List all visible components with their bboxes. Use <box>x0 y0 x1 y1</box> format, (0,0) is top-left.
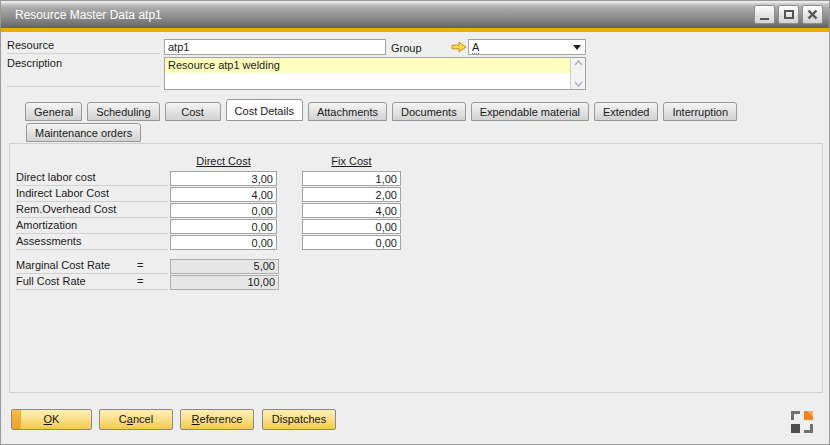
total-value-marginal-cost-rate: 5,00 <box>170 259 279 274</box>
fix-cost-input-assessments[interactable] <box>302 235 401 250</box>
minimize-icon <box>760 18 769 20</box>
description-scrollbar[interactable] <box>570 58 585 89</box>
cost-row-label-indirect-labor-cost: Indirect Labor Cost <box>16 187 168 202</box>
reference-button[interactable]: Reference <box>180 409 254 430</box>
tab-row-2: Maintenance orders <box>26 122 141 142</box>
fix-cost-column-header: Fix Cost <box>302 155 401 167</box>
link-arrow-icon[interactable] <box>451 41 467 53</box>
minimize-button[interactable] <box>754 5 775 24</box>
group-label: Group <box>391 42 422 54</box>
tab-attachments[interactable]: Attachments <box>308 102 387 121</box>
direct-cost-input-direct-labor-cost[interactable] <box>170 171 277 186</box>
description-field[interactable]: Resource atp1 welding <box>164 57 586 90</box>
title-bar[interactable]: Resource Master Data atp1 <box>1 1 829 28</box>
equals-sign: = <box>137 275 143 288</box>
gold-accent-stripe <box>1 28 829 32</box>
cancel-button[interactable]: Cancel <box>99 409 173 430</box>
window-title: Resource Master Data atp1 <box>15 3 162 28</box>
tab-interruption[interactable]: Interruption <box>663 102 737 121</box>
group-dropdown[interactable]: A <box>468 39 586 55</box>
group-value: A <box>472 41 479 54</box>
total-label-text: Marginal Cost Rate <box>16 259 110 271</box>
tab-general[interactable]: General <box>25 102 82 121</box>
tab-cost-details[interactable]: Cost Details <box>226 99 303 121</box>
close-icon <box>807 9 818 20</box>
expand-form-icon[interactable] <box>791 411 813 433</box>
direct-cost-column-header: Direct Cost <box>170 155 277 167</box>
cost-row-label-direct-labor-cost: Direct labor cost <box>16 171 168 186</box>
resource-master-data-window: Resource Master Data atp1 Resource Group… <box>0 0 830 445</box>
tab-maintenance-orders[interactable]: Maintenance orders <box>26 123 141 142</box>
window-controls <box>754 5 823 24</box>
dropdown-arrow-icon <box>573 45 581 50</box>
close-button[interactable] <box>802 5 823 24</box>
maximize-icon <box>784 10 794 19</box>
total-value-full-cost-rate: 10,00 <box>170 275 279 290</box>
scroll-up-icon[interactable] <box>574 60 583 66</box>
equals-sign: = <box>137 259 143 272</box>
cost-row-label-amortization: Amortization <box>16 219 168 234</box>
resource-input[interactable] <box>164 39 386 55</box>
cost-row-label-rem-overhead-cost: Rem.Overhead Cost <box>16 203 168 218</box>
fix-cost-input-indirect-labor-cost[interactable] <box>302 187 401 202</box>
resource-label: Resource <box>7 39 160 54</box>
fix-cost-input-direct-labor-cost[interactable] <box>302 171 401 186</box>
tab-extended[interactable]: Extended <box>594 102 658 121</box>
maximize-button[interactable] <box>778 5 799 24</box>
fix-cost-input-rem-overhead-cost[interactable] <box>302 203 401 218</box>
tab-documents[interactable]: Documents <box>392 102 466 121</box>
tab-scheduling[interactable]: Scheduling <box>87 102 159 121</box>
total-label-marginal-cost-rate: Marginal Cost Rate= <box>16 259 168 274</box>
direct-cost-input-rem-overhead-cost[interactable] <box>170 203 277 218</box>
tab-expendable-material[interactable]: Expendable material <box>471 102 589 121</box>
fix-cost-input-amortization[interactable] <box>302 219 401 234</box>
direct-cost-input-assessments[interactable] <box>170 235 277 250</box>
total-label-text: Full Cost Rate <box>16 275 86 287</box>
dispatches-button[interactable]: Dispatches <box>262 409 336 430</box>
total-label-full-cost-rate: Full Cost Rate= <box>16 275 168 290</box>
ok-button[interactable]: OK <box>11 409 92 430</box>
direct-cost-input-indirect-labor-cost[interactable] <box>170 187 277 202</box>
cost-details-panel: Direct Cost Fix Cost Direct labor costIn… <box>9 143 823 393</box>
description-label: Description <box>7 57 160 87</box>
cost-row-label-assessments: Assessments <box>16 235 168 250</box>
tab-cost[interactable]: Cost <box>165 102 221 121</box>
direct-cost-input-amortization[interactable] <box>170 219 277 234</box>
tab-row-1: GeneralSchedulingCostCost DetailsAttachm… <box>25 101 737 121</box>
scroll-down-icon[interactable] <box>574 81 583 87</box>
description-value[interactable]: Resource atp1 welding <box>165 58 570 73</box>
